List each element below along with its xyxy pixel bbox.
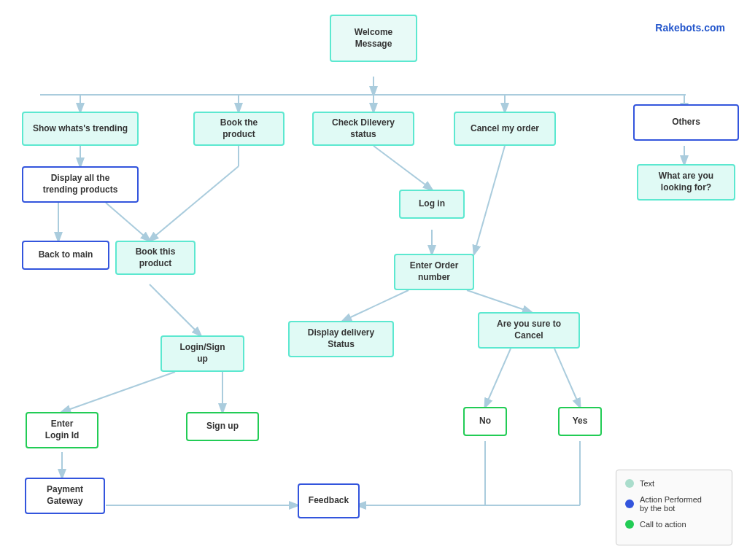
show-trending-node: Show whats's trending xyxy=(22,112,139,146)
check-delivery-node: Check Dilevery status xyxy=(312,112,414,146)
legend-dot-action xyxy=(625,499,634,508)
login-node: Log in xyxy=(399,190,465,219)
svg-line-9 xyxy=(106,203,150,241)
book-product-node: Book the product xyxy=(193,112,285,146)
legend-dot-cta xyxy=(625,520,634,529)
legend: Text Action Performed by the bot Call to… xyxy=(616,470,732,545)
display-trending-node: Display all the trending products xyxy=(22,166,139,203)
feedback-node: Feedback xyxy=(298,483,360,518)
svg-line-20 xyxy=(467,290,531,312)
what-looking-node: What are you looking for? xyxy=(637,164,735,201)
back-main-node: Back to main xyxy=(22,241,109,270)
others-node: Others xyxy=(633,104,739,141)
yes-node: Yes xyxy=(558,407,602,436)
legend-dot-text xyxy=(625,479,634,488)
enter-order-node: Enter Order number xyxy=(394,254,474,290)
svg-line-22 xyxy=(485,349,511,407)
are-sure-node: Are you sure to Cancel xyxy=(478,312,580,349)
display-delivery-node: Display delivery Status xyxy=(288,321,394,357)
legend-item-cta: Call to action xyxy=(625,520,723,529)
cancel-order-node: Cancel my order xyxy=(454,112,556,146)
welcome-node: Welcome Message xyxy=(330,15,417,62)
book-this-node: Book this product xyxy=(115,241,196,275)
svg-line-19 xyxy=(343,290,409,321)
svg-line-21 xyxy=(474,146,505,254)
enter-login-node: Enter Login Id xyxy=(26,412,98,448)
sign-up-node: Sign up xyxy=(186,412,259,441)
svg-line-11 xyxy=(150,166,239,241)
svg-line-12 xyxy=(150,284,201,335)
svg-line-23 xyxy=(554,349,580,407)
legend-item-action: Action Performed by the bot xyxy=(625,495,723,513)
svg-line-13 xyxy=(62,372,175,412)
login-signup-node: Login/Sign up xyxy=(160,335,244,372)
brand-label: Rakebots.com xyxy=(655,22,725,34)
payment-gateway-node: Payment Gateway xyxy=(25,478,105,514)
diagram: Rakebots.com xyxy=(0,0,747,560)
no-node: No xyxy=(463,407,507,436)
legend-item-text: Text xyxy=(625,479,723,488)
svg-line-17 xyxy=(374,146,432,190)
